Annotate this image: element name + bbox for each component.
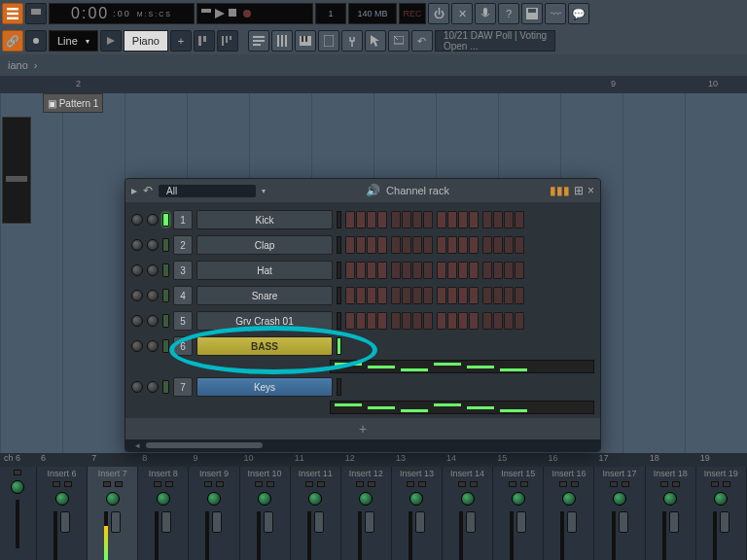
mixer-slot[interactable] [368,481,375,487]
volume-fader[interactable] [60,511,70,533]
link-icon[interactable]: 🔗 [2,30,23,52]
channel-number[interactable]: 4 [173,286,193,305]
volume-fader[interactable] [720,511,729,533]
step-button[interactable] [412,312,422,330]
metronome-icon[interactable]: ✕ [451,3,473,24]
step-sequencer[interactable] [345,287,527,304]
panel-toggle-button[interactable] [25,3,47,24]
step-button[interactable] [447,287,457,304]
channel-number[interactable]: 1 [173,210,193,229]
step-button[interactable] [345,262,355,279]
mixer-slot[interactable] [154,481,161,487]
mixer-track[interactable]: Insert 11 [291,467,341,560]
volume-knob[interactable] [147,239,159,251]
undo-icon[interactable]: ↶ [143,184,153,197]
channel-filter[interactable]: All [159,185,256,197]
mixer-slot[interactable] [407,481,414,487]
stop-button[interactable] [229,9,238,18]
step-button[interactable] [377,211,387,228]
step-button[interactable] [437,236,446,254]
mute-led[interactable] [162,380,169,394]
mixer-slot[interactable] [216,481,224,487]
step-sequencer[interactable] [345,312,527,330]
step-button[interactable] [482,262,492,279]
step-button[interactable] [458,236,468,254]
step-button[interactable] [356,312,366,330]
mixer-slot[interactable] [571,481,579,487]
step-button[interactable] [377,236,387,254]
mixer-slot[interactable] [165,481,173,487]
mixer-slot[interactable] [559,481,567,487]
channel-name-button[interactable]: Snare [196,286,333,305]
pan-knob[interactable] [131,315,143,327]
time-display[interactable]: 0:00:00 M:S:CS [49,3,195,24]
channel-name-button[interactable]: Kick [196,210,333,229]
step-button[interactable] [391,236,401,254]
volume-knob[interactable] [147,340,159,352]
channel-number[interactable]: 7 [173,377,193,397]
mixer-track[interactable]: Insert 8 [138,467,189,560]
step-button[interactable] [458,211,468,228]
song-position[interactable]: 1 [315,3,346,24]
step-button[interactable] [345,312,355,330]
step-button[interactable] [437,287,446,304]
mixer-slot[interactable] [305,481,313,487]
step-button[interactable] [447,312,457,330]
bars-icon[interactable]: ▮▮▮ [550,184,570,197]
channel-name-button[interactable]: Hat [196,261,333,280]
step-button[interactable] [423,287,433,304]
pattern-selector[interactable]: Piano [124,30,168,52]
mini-pianoroll[interactable] [330,401,594,414]
mixer-slot[interactable] [458,481,466,487]
mixer-track[interactable]: Insert 18 [646,467,696,560]
step-button[interactable] [469,312,479,330]
playlist-area[interactable]: 2 9 10 ▣Pattern 1 ▸ ↶ All ▾ 🔊 Channel ra… [0,76,747,453]
step-grid-icon[interactable]: ⊞ [574,184,584,197]
play-pattern-icon[interactable] [100,30,122,52]
snap-selector[interactable]: Line▾ [49,30,98,52]
pan-knob[interactable] [359,492,373,506]
volume-fader[interactable] [212,511,222,533]
mixer-slot[interactable] [723,481,730,487]
chevron-down-icon[interactable]: ▾ [262,187,266,195]
view-icon[interactable] [25,30,47,52]
step-sequencer[interactable] [345,211,527,228]
step-button[interactable] [458,312,468,330]
mute-led[interactable] [162,263,169,277]
channel-name-button[interactable]: Clap [196,235,333,255]
mixer-track[interactable]: Insert 6 [37,467,88,560]
mixer-slot[interactable] [64,481,72,487]
playlist-button[interactable] [248,30,269,52]
mixer-track[interactable]: Insert 12 [341,467,392,560]
step-button[interactable] [356,287,366,304]
play-button[interactable] [215,9,225,18]
help-icon[interactable]: ? [498,3,519,24]
mute-led[interactable] [162,238,169,252]
close-icon[interactable]: × [587,184,594,197]
step-button[interactable] [493,312,503,330]
step-button[interactable] [504,262,514,279]
mixer-slot[interactable] [672,481,680,487]
volume-knob[interactable] [147,214,159,226]
step-button[interactable] [493,236,503,254]
about-icon[interactable]: 💬 [568,3,589,24]
mixer-track[interactable]: Insert 17 [594,467,645,560]
render-icon[interactable]: 〰 [545,3,566,24]
step-button[interactable] [458,262,468,279]
mixer-track[interactable]: Insert 10 [240,467,291,560]
step-button[interactable] [345,236,355,254]
volume-fader[interactable] [466,511,476,533]
volume-fader[interactable] [619,511,628,533]
tool-close[interactable] [388,30,409,52]
channel-rack-scrollbar[interactable]: ◂ [125,439,600,451]
record-button[interactable] [242,9,252,18]
mixer-slot[interactable] [509,481,516,487]
volume-fader[interactable] [111,511,121,533]
breadcrumb-item[interactable]: iano [8,59,28,71]
step-button[interactable] [437,312,446,330]
mixer-track[interactable]: Insert 13 [392,467,443,560]
volume-knob[interactable] [147,315,159,327]
mixer-slot[interactable] [356,481,364,487]
step-button[interactable] [504,211,514,228]
pan-knob[interactable] [663,492,677,506]
